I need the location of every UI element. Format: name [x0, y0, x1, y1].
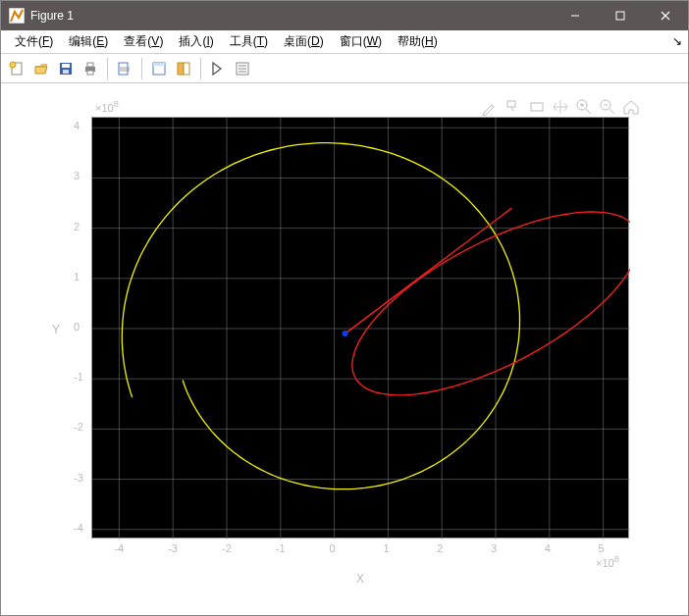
toolbar	[1, 54, 688, 83]
x-tick: 1	[383, 542, 389, 554]
colorbar-button[interactable]	[172, 57, 195, 80]
x-tick: 3	[491, 542, 497, 554]
brush-icon[interactable]	[480, 97, 500, 117]
plot-area[interactable]	[91, 117, 629, 539]
svg-line-30	[610, 109, 614, 114]
print-button[interactable]	[79, 57, 102, 80]
zoom-in-icon[interactable]	[574, 97, 594, 117]
svg-point-51	[343, 331, 348, 336]
axes-toolbar	[480, 97, 641, 117]
insert-legend-button[interactable]	[231, 57, 254, 80]
y-tick: 0	[74, 321, 80, 333]
x-tick: 4	[545, 542, 551, 554]
link-plot-button[interactable]	[147, 57, 171, 80]
x-tick: 2	[437, 542, 443, 554]
svg-rect-2	[616, 12, 624, 20]
x-axis-label: X	[356, 572, 364, 586]
menu-tools[interactable]: 工具(T)	[222, 31, 276, 52]
y-tick: -3	[74, 472, 83, 484]
new-figure-button[interactable]	[5, 57, 28, 80]
menu-view[interactable]: 查看(V)	[116, 31, 171, 52]
zoom-out-icon[interactable]	[598, 97, 617, 117]
edit-plot-button[interactable]	[206, 57, 230, 80]
pan-icon[interactable]	[551, 97, 570, 117]
y-tick: 3	[74, 170, 80, 181]
svg-rect-8	[62, 64, 70, 68]
window-title: Figure 1	[30, 9, 74, 23]
menu-file[interactable]: 文件(F)	[7, 31, 61, 52]
figure-canvas: ×108 ×108 X Y -4-3-2-1012345 -4-3-2-1012…	[1, 83, 688, 615]
x-tick: -4	[114, 542, 124, 554]
menubar: 文件(F) 编辑(E) 查看(V) 插入(I) 工具(T) 桌面(D) 窗口(W…	[1, 30, 688, 54]
menu-insert[interactable]: 插入(I)	[171, 31, 221, 52]
svg-rect-14	[120, 67, 130, 72]
x-tick: 0	[330, 542, 336, 554]
x-exponent: ×108	[596, 554, 619, 569]
y-exponent: ×108	[95, 99, 119, 114]
maximize-button[interactable]	[598, 1, 643, 30]
y-tick: 2	[74, 221, 80, 232]
close-button[interactable]	[643, 1, 688, 30]
app-icon	[9, 8, 25, 24]
plot-svg	[92, 118, 630, 539]
x-tick: 5	[599, 542, 605, 554]
svg-rect-24	[531, 103, 543, 111]
toolbar-separator	[141, 58, 142, 79]
save-button[interactable]	[54, 57, 78, 80]
svg-rect-23	[507, 101, 515, 107]
x-tick: -2	[222, 542, 232, 554]
y-tick: -4	[74, 522, 83, 534]
home-icon[interactable]	[621, 97, 641, 117]
svg-rect-12	[87, 71, 93, 75]
menu-help[interactable]: 帮助(H)	[390, 31, 446, 52]
svg-rect-11	[87, 63, 93, 67]
svg-point-6	[10, 62, 16, 68]
titlebar: Figure 1	[1, 1, 688, 30]
toolbar-separator	[200, 58, 201, 79]
menu-edit[interactable]: 编辑(E)	[61, 31, 116, 52]
menu-desktop[interactable]: 桌面(D)	[276, 31, 332, 52]
svg-line-26	[586, 109, 591, 114]
print-preview-button[interactable]	[113, 57, 136, 80]
menu-window[interactable]: 窗口(W)	[332, 31, 390, 52]
svg-rect-16	[153, 63, 165, 66]
open-button[interactable]	[29, 57, 53, 80]
toolbar-separator	[107, 58, 108, 79]
svg-rect-9	[63, 70, 69, 74]
rotate-icon[interactable]	[527, 97, 547, 117]
y-tick: -1	[74, 371, 83, 383]
x-tick: -3	[168, 542, 178, 554]
y-tick: -2	[74, 421, 83, 433]
x-tick: -1	[276, 542, 286, 554]
y-tick: 4	[74, 120, 80, 131]
dock-corner-icon[interactable]: ↘	[672, 34, 682, 48]
svg-rect-17	[178, 63, 184, 75]
svg-rect-18	[184, 63, 189, 75]
minimize-button[interactable]	[553, 1, 598, 30]
y-axis-label: Y	[52, 323, 60, 336]
y-tick: 1	[74, 271, 80, 282]
datatip-icon[interactable]	[504, 97, 523, 117]
